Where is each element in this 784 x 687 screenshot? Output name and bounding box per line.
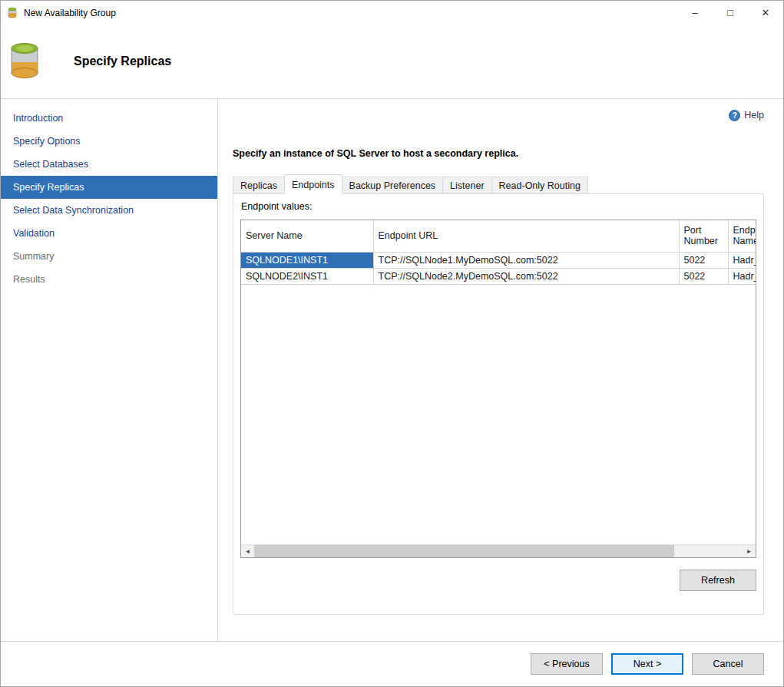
availability-group-icon <box>7 7 19 19</box>
help-link[interactable]: ? Help <box>233 108 764 122</box>
scrollbar-thumb[interactable] <box>254 545 674 557</box>
sidebar-item-results[interactable]: Results <box>1 268 217 291</box>
tab-backup-preferences[interactable]: Backup Preferences <box>342 177 444 194</box>
cell-endpoint-url[interactable]: TCP://SQLNode1.MyDemoSQL.com:5022 <box>373 252 679 268</box>
window-title: New Availability Group <box>24 8 116 18</box>
sidebar-item-specify-options[interactable]: Specify Options <box>1 130 217 153</box>
column-header-server-name[interactable]: Server Name <box>241 220 373 252</box>
refresh-button[interactable]: Refresh <box>680 570 756 591</box>
sidebar-item-specify-replicas[interactable]: Specify Replicas <box>1 176 217 199</box>
help-icon: ? <box>729 110 740 121</box>
endpoints-grid: Server Name Endpoint URL Port Number End… <box>240 220 756 558</box>
page-title: Specify Replicas <box>74 54 171 68</box>
wizard-header: Specify Replicas <box>1 25 783 99</box>
help-label: Help <box>744 110 764 121</box>
previous-button[interactable]: < Previous <box>531 653 603 675</box>
horizontal-scrollbar[interactable]: ◄ ► <box>241 544 756 557</box>
close-icon[interactable]: ✕ <box>748 1 783 25</box>
title-bar[interactable]: New Availability Group – □ ✕ <box>1 1 783 25</box>
replica-tabs: Replicas Endpoints Backup Preferences Li… <box>233 174 764 194</box>
maximize-icon[interactable]: □ <box>713 1 748 25</box>
sidebar-item-select-databases[interactable]: Select Databases <box>1 153 217 176</box>
instruction-text: Specify an instance of SQL Server to hos… <box>233 148 764 159</box>
cell-port-number[interactable]: 5022 <box>679 268 728 284</box>
tab-replicas[interactable]: Replicas <box>233 177 285 194</box>
tab-listener[interactable]: Listener <box>442 177 491 194</box>
sidebar-item-validation[interactable]: Validation <box>1 222 217 245</box>
tab-endpoints[interactable]: Endpoints <box>284 174 342 194</box>
cell-endpoint-name[interactable]: Hadr_endpoint <box>728 252 756 268</box>
table-row: SQLNODE1\INST1 TCP://SQLNode1.MyDemoSQL.… <box>241 252 756 268</box>
endpoint-values-label: Endpoint values: <box>241 201 756 212</box>
wizard-footer: < Previous Next > Cancel <box>1 641 783 686</box>
new-availability-group-window: New Availability Group – □ ✕ Specify Rep… <box>0 0 784 687</box>
column-header-endpoint-name[interactable]: Endpoint Name <box>728 220 756 252</box>
wizard-content: ? Help Specify an instance of SQL Server… <box>218 99 783 641</box>
endpoints-panel: Endpoint values: Server Name Endpoint UR… <box>233 193 764 615</box>
column-header-endpoint-url[interactable]: Endpoint URL <box>373 220 679 252</box>
cell-server-name[interactable]: SQLNODE1\INST1 <box>241 252 373 268</box>
table-header-row: Server Name Endpoint URL Port Number End… <box>241 220 756 252</box>
scroll-right-icon[interactable]: ► <box>743 545 756 557</box>
sidebar-item-introduction[interactable]: Introduction <box>1 107 217 130</box>
sidebar-item-summary[interactable]: Summary <box>1 245 217 268</box>
table-row: SQLNODE2\INST1 TCP://SQLNode2.MyDemoSQL.… <box>241 268 756 284</box>
next-button[interactable]: Next > <box>611 653 683 675</box>
cell-port-number[interactable]: 5022 <box>679 252 728 268</box>
minimize-icon[interactable]: – <box>677 1 713 25</box>
cell-server-name[interactable]: SQLNODE2\INST1 <box>241 268 373 284</box>
sidebar-item-select-data-synchronization[interactable]: Select Data Synchronization <box>1 199 217 222</box>
cancel-button[interactable]: Cancel <box>692 653 764 675</box>
scroll-left-icon[interactable]: ◄ <box>241 545 254 557</box>
wizard-steps-sidebar: Introduction Specify Options Select Data… <box>1 99 218 641</box>
column-header-port-number[interactable]: Port Number <box>679 220 728 252</box>
cell-endpoint-url[interactable]: TCP://SQLNode2.MyDemoSQL.com:5022 <box>373 268 679 284</box>
cell-endpoint-name[interactable]: Hadr_endpoint <box>728 268 756 284</box>
database-icon <box>8 41 46 82</box>
scrollbar-track[interactable] <box>254 545 743 557</box>
tab-read-only-routing[interactable]: Read-Only Routing <box>491 177 588 194</box>
